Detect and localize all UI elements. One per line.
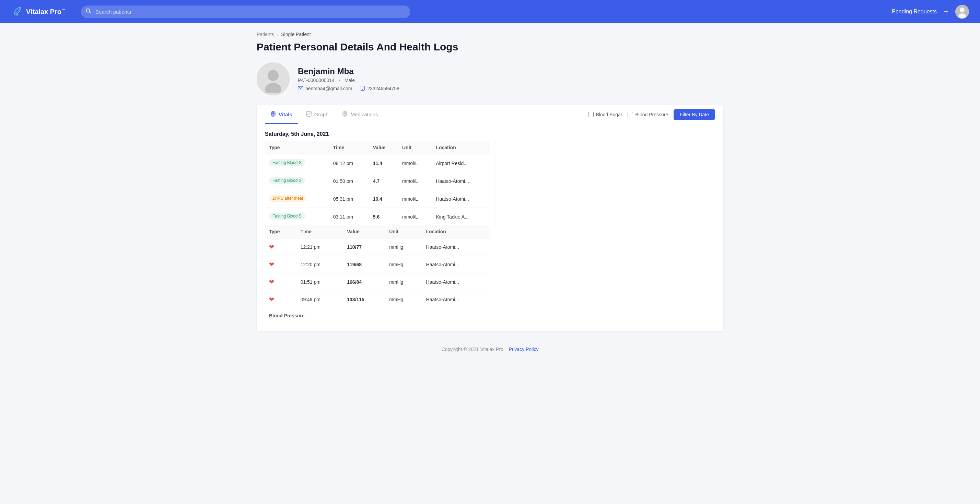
cell-type-heart: ❤ bbox=[265, 291, 296, 308]
svg-point-9 bbox=[362, 89, 363, 90]
main-content: Patients › Single Patient Patient Person… bbox=[243, 23, 737, 340]
privacy-link[interactable]: Privacy Policy bbox=[509, 347, 538, 352]
graph-icon bbox=[306, 111, 312, 118]
cell-value: 119/68 bbox=[343, 256, 385, 273]
patient-email: benmba4@gmail.com bbox=[305, 86, 352, 91]
phone-icon bbox=[360, 86, 365, 92]
svg-point-5 bbox=[268, 70, 278, 81]
email-icon bbox=[298, 86, 303, 91]
breadcrumb-current: Single Patient bbox=[281, 32, 310, 37]
cell-value: 10.4 bbox=[369, 190, 398, 208]
col-time-left: Time bbox=[329, 142, 369, 154]
blood-pressure-table-container: Type Time Value Unit Location ❤ 12:21 pm… bbox=[265, 226, 490, 323]
pending-requests-link[interactable]: Pending Requests bbox=[892, 9, 937, 15]
blood-sugar-table-container: Type Time Value Unit Location Fasting Bl… bbox=[265, 142, 490, 226]
cell-time: 05:31 pm bbox=[329, 190, 369, 208]
cell-type-heart: ❤ bbox=[265, 256, 296, 273]
page-title: Patient Personal Details And Health Logs bbox=[257, 41, 723, 53]
cell-time: 09:49 pm bbox=[296, 291, 343, 308]
cell-unit: mmol/L bbox=[398, 208, 432, 226]
cell-location: Haatso-Atomi... bbox=[422, 238, 490, 256]
patient-name: Benjamin Mba bbox=[298, 67, 399, 76]
heart-icon: ❤ bbox=[269, 296, 274, 303]
cell-value: 4.7 bbox=[369, 172, 398, 190]
cell-location: Airport Resid... bbox=[432, 154, 490, 172]
cell-location: Haatso-Atomi... bbox=[422, 273, 490, 291]
search-input[interactable] bbox=[81, 5, 410, 18]
cell-time: 01:50 pm bbox=[329, 172, 369, 190]
table-row: ❤ 12:21 pm 110/77 mmHg Haatso-Atomi... bbox=[265, 238, 490, 256]
blood-sugar-filter[interactable]: Blood Sugar bbox=[588, 112, 622, 117]
cell-type: Fasting Blood S bbox=[265, 208, 329, 226]
table-row: ❤ 01:51 pm 166/84 mmHg Haatso-Atomi... bbox=[265, 273, 490, 291]
tab-graph-label: Graph bbox=[314, 111, 329, 117]
cell-unit: mmHg bbox=[385, 273, 422, 291]
cell-location: Haatso-Atomi... bbox=[422, 291, 490, 308]
cell-unit: mmHg bbox=[385, 256, 422, 273]
blood-sugar-checkbox[interactable] bbox=[588, 112, 593, 117]
cell-type: Fasting Blood S bbox=[265, 172, 329, 190]
medications-icon bbox=[342, 111, 348, 118]
patient-card: Benjamin Mba PAT-0000000014 • Male benmb… bbox=[257, 62, 723, 95]
patient-meta: PAT-0000000014 • Male bbox=[298, 78, 399, 83]
footer: Copyright © 2021 Vitalax Pro Privacy Pol… bbox=[0, 340, 980, 359]
blood-pressure-table: Type Time Value Unit Location ❤ 12:21 pm… bbox=[265, 226, 490, 323]
search-wrapper bbox=[81, 5, 410, 18]
svg-point-2 bbox=[960, 8, 964, 12]
col-type-right: Type bbox=[265, 226, 296, 238]
cell-value: 166/84 bbox=[343, 273, 385, 291]
col-location-right: Location bbox=[422, 226, 490, 238]
vitals-tables-row: Type Time Value Unit Location Fasting Bl… bbox=[257, 142, 723, 331]
email-contact: benmba4@gmail.com bbox=[298, 86, 352, 91]
col-value-left: Value bbox=[369, 142, 398, 154]
cell-type-heart: ❤ bbox=[265, 273, 296, 291]
app-name: Vitalax Pro™ bbox=[26, 8, 65, 16]
table-row: Fasting Blood S 03:11 pm 5.6 mmol/L King… bbox=[265, 208, 490, 226]
filter-by-date-button[interactable]: Filter By Date bbox=[674, 109, 715, 120]
cell-unit: mmHg bbox=[385, 238, 422, 256]
tabs-section: Vitals Graph bbox=[257, 105, 723, 331]
tab-medications-label: Medications bbox=[350, 111, 378, 117]
date-heading: Saturday, 5th June, 2021 bbox=[257, 124, 723, 142]
logo-area: Vitalax Pro™ bbox=[11, 5, 73, 18]
cell-type: 2HRS after meal bbox=[265, 190, 329, 208]
cell-unit: mmol/L bbox=[398, 172, 432, 190]
cell-unit: mmol/L bbox=[398, 190, 432, 208]
cell-unit: mmHg bbox=[385, 291, 422, 308]
col-value-right: Value bbox=[343, 226, 385, 238]
patient-contacts: benmba4@gmail.com 233246594758 bbox=[298, 86, 399, 92]
patient-id: PAT-0000000014 bbox=[298, 78, 334, 83]
patient-avatar bbox=[257, 62, 290, 95]
cell-location: Haatso-Atomi... bbox=[422, 256, 490, 273]
add-button[interactable]: + bbox=[943, 8, 948, 16]
user-avatar[interactable] bbox=[955, 5, 969, 19]
table-divider bbox=[494, 142, 495, 226]
meta-dot: • bbox=[339, 78, 340, 83]
cell-location: King Tackie A... bbox=[432, 208, 490, 226]
tab-vitals-label: Vitals bbox=[278, 111, 292, 117]
cell-time: 12:20 pm bbox=[296, 256, 343, 273]
copyright: Copyright © 2021 Vitalax Pro bbox=[441, 347, 503, 352]
blood-pressure-label: Blood Pressure bbox=[635, 112, 668, 117]
cell-value: 11.4 bbox=[369, 154, 398, 172]
phone-contact: 233246594758 bbox=[360, 86, 399, 92]
tab-medications[interactable]: Medications bbox=[337, 105, 383, 124]
cell-value: 110/77 bbox=[343, 238, 385, 256]
patient-phone: 233246594758 bbox=[367, 86, 399, 91]
cell-location: Haatso-Atomi... bbox=[432, 172, 490, 190]
heart-icon: ❤ bbox=[269, 278, 274, 285]
cell-value: 133/115 bbox=[343, 291, 385, 308]
header-right: Pending Requests + bbox=[892, 5, 969, 19]
col-location-left: Location bbox=[432, 142, 490, 154]
cell-type-heart: ❤ bbox=[265, 238, 296, 256]
cell-time: 12:21 pm bbox=[296, 238, 343, 256]
blood-pressure-checkbox[interactable] bbox=[628, 112, 633, 117]
table-row: ❤ 12:20 pm 119/68 mmHg Haatso-Atomi... bbox=[265, 256, 490, 273]
cell-time: 03:11 pm bbox=[329, 208, 369, 226]
breadcrumb-parent[interactable]: Patients bbox=[257, 32, 274, 37]
blood-pressure-filter[interactable]: Blood Pressure bbox=[628, 112, 668, 117]
tab-vitals[interactable]: Vitals bbox=[265, 105, 298, 124]
tab-graph[interactable]: Graph bbox=[301, 105, 334, 124]
logo-icon bbox=[11, 5, 23, 18]
cell-time: 08:12 pm bbox=[329, 154, 369, 172]
